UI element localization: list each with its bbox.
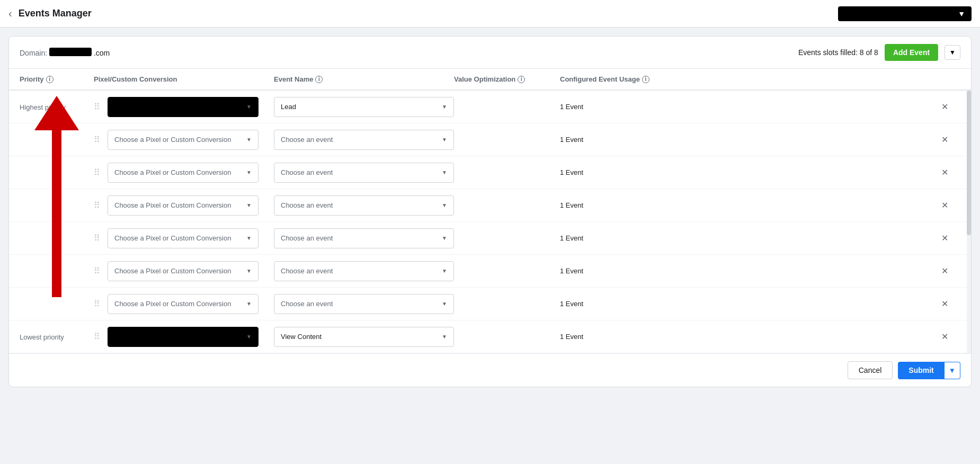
configured-cell-2: 1 Event	[560, 136, 939, 144]
close-cell-2: ✕	[939, 132, 960, 147]
col-value-opt-label: Value Optimization	[454, 75, 515, 83]
col-event-label: Event Name	[274, 75, 313, 83]
configured-cell-5: 1 Event	[560, 234, 939, 242]
event-name-info-icon[interactable]: i	[315, 76, 323, 83]
col-actions	[939, 75, 960, 83]
priority-label-highest: Highest priority	[20, 103, 94, 111]
drag-handle-3[interactable]: ⠿	[94, 167, 100, 177]
pixel-value-5: Choose a Pixel or Custom Conversion	[114, 234, 231, 242]
event-chevron-4: ▼	[442, 202, 447, 208]
main-panel: Domain: .com Events slots filled: 8 of 8…	[8, 36, 972, 387]
close-button-4[interactable]: ✕	[939, 198, 950, 212]
event-cell-5: Choose an event ▼	[274, 228, 454, 248]
event-dropdown-2[interactable]: Choose an event ▼	[274, 130, 454, 150]
pixel-value-7: Choose a Pixel or Custom Conversion	[114, 300, 231, 308]
configured-cell-7: 1 Event	[560, 300, 939, 308]
configured-cell-4: 1 Event	[560, 201, 939, 209]
event-value-2: Choose an event	[281, 136, 333, 144]
cancel-button[interactable]: Cancel	[848, 361, 893, 379]
pixel-dropdown-4[interactable]: Choose a Pixel or Custom Conversion ▼	[108, 195, 259, 216]
pixel-value-3: Choose a Pixel or Custom Conversion	[114, 168, 231, 176]
value-opt-info-icon[interactable]: i	[518, 76, 525, 83]
back-button[interactable]: ‹	[8, 7, 12, 20]
pixel-value-1: ████████████	[114, 103, 177, 111]
submit-group: Submit ▼	[898, 362, 960, 379]
configured-info-icon[interactable]: i	[642, 76, 649, 83]
pixel-cell-8: ⠿ ████████████ ▼	[94, 327, 274, 347]
close-cell-1: ✕	[939, 100, 960, 114]
pixel-dropdown-5[interactable]: Choose a Pixel or Custom Conversion ▼	[108, 228, 259, 248]
close-button-6[interactable]: ✕	[939, 264, 950, 278]
close-button-8[interactable]: ✕	[939, 329, 950, 344]
close-cell-3: ✕	[939, 165, 960, 180]
pixel-dropdown-7[interactable]: Choose a Pixel or Custom Conversion ▼	[108, 294, 259, 314]
event-value-8: View Content	[281, 333, 322, 341]
close-button-1[interactable]: ✕	[939, 100, 950, 114]
pixel-dropdown-1[interactable]: ████████████ ▼	[108, 97, 259, 117]
pixel-dropdown-6[interactable]: Choose a Pixel or Custom Conversion ▼	[108, 261, 259, 281]
scrollbar-thumb[interactable]	[967, 91, 971, 235]
pixel-chevron-2: ▼	[246, 137, 252, 142]
pixel-dropdown-8[interactable]: ████████████ ▼	[108, 327, 259, 347]
drag-handle-1[interactable]: ⠿	[94, 102, 100, 112]
event-dropdown-7[interactable]: Choose an event ▼	[274, 294, 454, 314]
event-cell-8: View Content ▼	[274, 327, 454, 347]
drag-handle-6[interactable]: ⠿	[94, 266, 100, 276]
priority-info-icon[interactable]: i	[46, 76, 54, 83]
domain-info: Domain: .com	[20, 48, 110, 57]
add-event-button[interactable]: Add Event	[885, 44, 938, 61]
pixel-dropdown-2[interactable]: Choose a Pixel or Custom Conversion ▼	[108, 130, 259, 150]
col-event-name: Event Name i	[274, 75, 454, 83]
col-priority-label: Priority	[20, 75, 44, 83]
table-row: ⠿ Choose a Pixel or Custom Conversion ▼ …	[9, 123, 971, 156]
pixel-chevron-8: ▼	[246, 334, 252, 340]
event-dropdown-3[interactable]: Choose an event ▼	[274, 163, 454, 183]
events-slots-area: Events slots filled: 8 of 8 Add Event ▼	[798, 44, 960, 61]
pixel-value-4: Choose a Pixel or Custom Conversion	[114, 201, 231, 209]
event-chevron-5: ▼	[442, 235, 447, 241]
table-row: ⠿ Choose a Pixel or Custom Conversion ▼ …	[9, 288, 971, 320]
event-chevron-1: ▼	[442, 104, 447, 110]
event-dropdown-1[interactable]: Lead ▼	[274, 97, 454, 117]
close-button-5[interactable]: ✕	[939, 231, 950, 245]
event-value-1: Lead	[281, 103, 296, 111]
pixel-cell-1: ⠿ ████████████ ▼	[94, 97, 274, 117]
priority-label-lowest: Lowest priority	[20, 333, 94, 341]
domain-bar: Domain: .com Events slots filled: 8 of 8…	[9, 37, 971, 69]
page-title: Events Manager	[19, 8, 92, 19]
drag-handle-7[interactable]: ⠿	[94, 299, 100, 309]
event-dropdown-6[interactable]: Choose an event ▼	[274, 261, 454, 281]
pixel-cell-6: ⠿ Choose a Pixel or Custom Conversion ▼	[94, 261, 274, 281]
submit-button[interactable]: Submit	[898, 362, 944, 379]
events-slots-text: Events slots filled: 8 of 8	[798, 48, 878, 57]
table-body: Highest priority ⠿ ████████████ ▼ Lead ▼…	[9, 91, 971, 353]
add-event-dropdown-arrow[interactable]: ▼	[945, 45, 960, 60]
event-dropdown-4[interactable]: Choose an event ▼	[274, 195, 454, 216]
close-cell-6: ✕	[939, 264, 960, 278]
drag-handle-5[interactable]: ⠿	[94, 233, 100, 243]
chevron-down-icon: ▼	[958, 10, 965, 18]
close-button-3[interactable]: ✕	[939, 165, 950, 180]
close-button-7[interactable]: ✕	[939, 297, 950, 311]
table-header: Priority i Pixel/Custom Conversion Event…	[9, 69, 971, 91]
submit-dropdown-arrow[interactable]: ▼	[945, 362, 960, 379]
table-row: ⠿ Choose a Pixel or Custom Conversion ▼ …	[9, 222, 971, 255]
pixel-chevron-6: ▼	[246, 268, 252, 274]
drag-handle-4[interactable]: ⠿	[94, 200, 100, 210]
configured-cell-1: 1 Event	[560, 103, 939, 111]
domain-masked-value	[49, 48, 92, 56]
account-dropdown[interactable]: ████████████████████ ▼	[838, 6, 972, 21]
event-dropdown-5[interactable]: Choose an event ▼	[274, 228, 454, 248]
table-row: ⠿ Choose a Pixel or Custom Conversion ▼ …	[9, 255, 971, 288]
pixel-dropdown-3[interactable]: Choose a Pixel or Custom Conversion ▼	[108, 163, 259, 183]
event-chevron-2: ▼	[442, 137, 447, 142]
close-button-2[interactable]: ✕	[939, 132, 950, 147]
back-icon: ‹	[8, 7, 12, 20]
event-dropdown-8[interactable]: View Content ▼	[274, 327, 454, 347]
drag-handle-2[interactable]: ⠿	[94, 135, 100, 145]
domain-label: Domain:	[20, 49, 47, 57]
drag-handle-8[interactable]: ⠿	[94, 332, 100, 342]
col-configured-label: Configured Event Usage	[560, 75, 640, 83]
app-header: ‹ Events Manager ████████████████████ ▼	[0, 0, 980, 28]
pixel-cell-3: ⠿ Choose a Pixel or Custom Conversion ▼	[94, 163, 274, 183]
